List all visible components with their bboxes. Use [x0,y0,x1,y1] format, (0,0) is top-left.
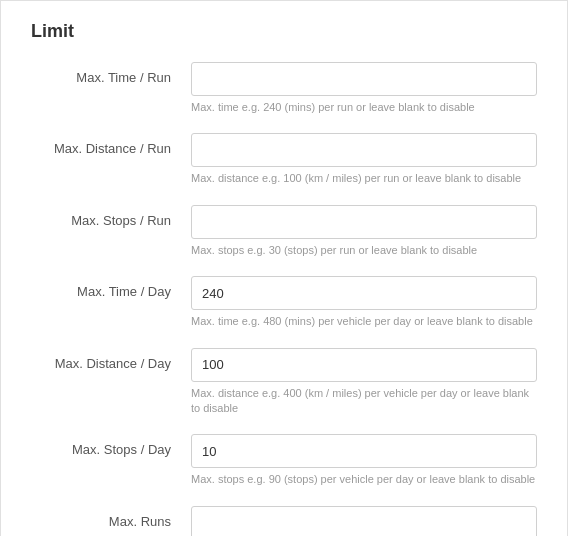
label-max-distance-day: Max. Distance / Day [31,348,191,371]
label-max-distance-run: Max. Distance / Run [31,133,191,156]
label-max-time-run: Max. Time / Run [31,62,191,85]
hint-max-time-run: Max. time e.g. 240 (mins) per run or lea… [191,100,537,115]
input-col-max-runs: Max. runs e.g. 3 (runs) per vehicle per … [191,506,537,536]
input-col-max-time-day: Max. time e.g. 480 (mins) per vehicle pe… [191,276,537,329]
form-row-max-stops-run: Max. Stops / RunMax. stops e.g. 30 (stop… [31,205,537,258]
hint-max-distance-run: Max. distance e.g. 100 (km / miles) per … [191,171,537,186]
input-col-max-stops-day: Max. stops e.g. 90 (stops) per vehicle p… [191,434,537,487]
label-max-stops-day: Max. Stops / Day [31,434,191,457]
form-row-max-distance-day: Max. Distance / DayMax. distance e.g. 40… [31,348,537,417]
label-max-time-day: Max. Time / Day [31,276,191,299]
input-max-time-run[interactable] [191,62,537,96]
input-col-max-time-run: Max. time e.g. 240 (mins) per run or lea… [191,62,537,115]
form-row-max-time-run: Max. Time / RunMax. time e.g. 240 (mins)… [31,62,537,115]
input-max-stops-day[interactable] [191,434,537,468]
label-max-stops-run: Max. Stops / Run [31,205,191,228]
hint-max-stops-run: Max. stops e.g. 30 (stops) per run or le… [191,243,537,258]
input-max-distance-day[interactable] [191,348,537,382]
input-max-distance-run[interactable] [191,133,537,167]
input-max-runs[interactable] [191,506,537,536]
form-row-max-stops-day: Max. Stops / DayMax. stops e.g. 90 (stop… [31,434,537,487]
input-max-stops-run[interactable] [191,205,537,239]
limit-form-container: Limit Max. Time / RunMax. time e.g. 240 … [0,0,568,536]
input-col-max-distance-day: Max. distance e.g. 400 (km / miles) per … [191,348,537,417]
hint-max-distance-day: Max. distance e.g. 400 (km / miles) per … [191,386,537,417]
input-col-max-stops-run: Max. stops e.g. 30 (stops) per run or le… [191,205,537,258]
form-row-max-distance-run: Max. Distance / RunMax. distance e.g. 10… [31,133,537,186]
hint-max-time-day: Max. time e.g. 480 (mins) per vehicle pe… [191,314,537,329]
label-max-runs: Max. Runs [31,506,191,529]
input-max-time-day[interactable] [191,276,537,310]
hint-max-stops-day: Max. stops e.g. 90 (stops) per vehicle p… [191,472,537,487]
input-col-max-distance-run: Max. distance e.g. 100 (km / miles) per … [191,133,537,186]
form-row-max-runs: Max. RunsMax. runs e.g. 3 (runs) per veh… [31,506,537,536]
page-title: Limit [31,21,537,42]
form-row-max-time-day: Max. Time / DayMax. time e.g. 480 (mins)… [31,276,537,329]
